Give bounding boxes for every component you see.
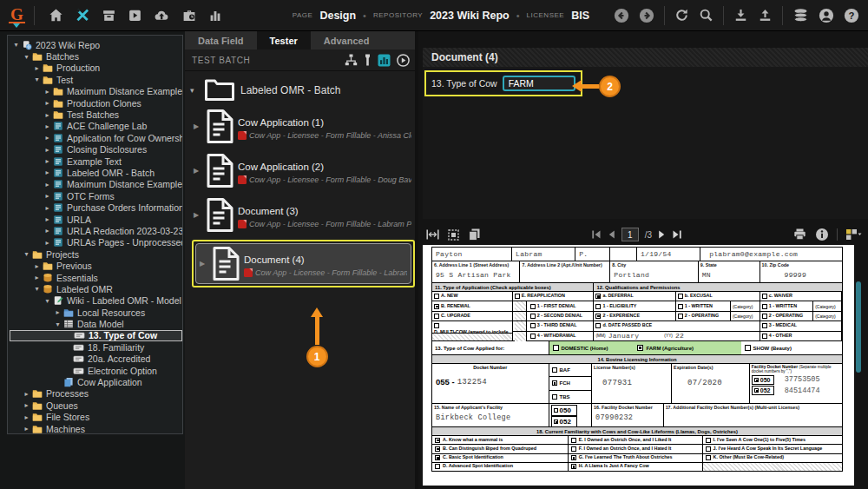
chevron-right-icon[interactable]: ▸ [22, 413, 31, 421]
chevron-right-icon[interactable]: ▸ [43, 181, 52, 188]
next-page-icon[interactable] [658, 229, 666, 240]
chevron-down-icon[interactable]: ▾ [32, 285, 42, 293]
tree-item-wiki-labeled-omr-model[interactable]: ▾Wiki - Labeled OMR - Model [10, 295, 182, 307]
chevron-right-icon[interactable]: ▸ [43, 146, 52, 154]
grooper-logo[interactable]: G [9, 7, 25, 23]
chevron-right-icon[interactable]: ▶ [194, 122, 202, 130]
repository-value[interactable]: 2023 Wiki Repo [430, 10, 510, 22]
tree-item-closing-disclosures[interactable]: ▸Closing Disclosures [10, 144, 182, 155]
last-page-icon[interactable] [672, 229, 682, 240]
chevron-down-icon[interactable]: ▾ [190, 86, 199, 95]
batch-root-folder[interactable]: ▾ Labeled OMR - Batch [190, 78, 415, 102]
tree-item-processes[interactable]: ▸Processes [10, 388, 182, 400]
chevron-right-icon[interactable]: ▸ [43, 239, 52, 247]
tree-item-ace-challenge-lab[interactable]: ▸ACE Challenge Lab [10, 121, 182, 132]
document-item-document-3[interactable]: ▶Document (3)Cow App - Licensee - Form F… [190, 195, 415, 235]
page-value[interactable]: Design [319, 10, 356, 22]
chevron-down-icon[interactable]: ▾ [22, 53, 31, 61]
tree-item-20a-accredited[interactable]: 20a. Accredited [10, 354, 182, 365]
chevron-right-icon[interactable]: ▶ [194, 211, 202, 219]
tab-data-field[interactable]: Data Field [185, 31, 257, 50]
home-icon[interactable] [49, 8, 63, 23]
select-zone-icon[interactable] [447, 228, 460, 241]
chevron-right-icon[interactable]: ▸ [43, 88, 52, 96]
tree-item-2023-wiki-repo[interactable]: ▾2023 Wiki Repo [10, 39, 182, 50]
chevron-down-icon[interactable]: ▾ [22, 250, 31, 258]
tree-item-cow-application[interactable]: Cow Application [10, 376, 182, 387]
chevron-right-icon[interactable]: ▸ [32, 64, 42, 72]
chevron-right-icon[interactable]: ▸ [22, 401, 31, 409]
tree-item-maximum-distance-example[interactable]: ▸Maximum Distance Example [10, 179, 182, 190]
chevron-right-icon[interactable]: ▸ [53, 308, 62, 316]
tree-item-electronic-option[interactable]: Electronic Option [10, 365, 182, 376]
tree-item-batches[interactable]: ▾Batches [10, 50, 182, 62]
tab-advanced[interactable]: Advanced [311, 31, 383, 50]
chevron-right-icon[interactable]: ▸ [43, 134, 52, 142]
document-item-cow-application-2[interactable]: ▶Cow Application (2)Cow App - Licensee -… [190, 151, 415, 190]
chevron-right-icon[interactable]: ▸ [43, 215, 52, 223]
forward-icon[interactable] [639, 8, 654, 23]
refresh-icon[interactable] [674, 8, 689, 23]
licensee-value[interactable]: BIS [571, 10, 589, 22]
chevron-right-icon[interactable]: ▸ [43, 169, 52, 176]
batch-process-icon[interactable] [128, 8, 142, 23]
tree-item-production[interactable]: ▸Production [10, 63, 182, 74]
document-item-document-4[interactable]: ▶Document (4)Cow App - Licensee - Form F… [195, 243, 411, 284]
chevron-down-icon[interactable]: ▾ [11, 41, 21, 49]
search-icon[interactable] [699, 8, 713, 23]
chevron-right-icon[interactable]: ▸ [43, 204, 52, 212]
statistics-view-icon[interactable] [378, 54, 391, 67]
tree-item-projects[interactable]: ▾Projects [10, 248, 182, 260]
viewer-scrollbar[interactable] [856, 281, 861, 373]
tree-item-data-model[interactable]: ▾Data Model [10, 318, 182, 329]
tree-item-example-text[interactable]: ▸Example Text [10, 155, 182, 167]
tree-item-labeled-omr[interactable]: ▾Labeled OMR [10, 283, 182, 294]
chevron-right-icon[interactable]: ▸ [32, 274, 42, 281]
chevron-right-icon[interactable]: ▸ [22, 390, 31, 398]
tree-item-machines[interactable]: ▸Machines [10, 423, 182, 434]
jobs-icon[interactable] [181, 8, 197, 23]
flashlight-icon[interactable] [364, 54, 372, 66]
tree-item-otc-forms[interactable]: ▸OTC Forms [10, 190, 182, 202]
first-page-icon[interactable] [591, 229, 602, 240]
chevron-right-icon[interactable]: ▶ [200, 260, 208, 268]
help-icon[interactable]: ? [844, 8, 859, 23]
tree-item-urla[interactable]: ▸URLA [10, 214, 182, 225]
upload-icon[interactable] [758, 8, 773, 23]
back-icon[interactable] [614, 8, 629, 23]
chevron-down-icon[interactable]: ▾ [32, 76, 42, 83]
view-options-icon[interactable] [845, 228, 862, 241]
chevron-down-icon[interactable]: ▾ [43, 297, 52, 305]
tree-item-purchase-orders-information[interactable]: ▸Purchase Orders Information [10, 202, 182, 213]
tree-item-labeled-omr-batch[interactable]: ▸Labeled OMR - Batch [10, 167, 182, 178]
tree-item-test-batches[interactable]: ▸Test Batches [10, 109, 182, 120]
tree-item-13-type-of-cow[interactable]: 13. Type of Cow [10, 330, 182, 341]
tree-item-maximum-distance-examples[interactable]: ▸Maximum Distance Examples [10, 86, 182, 97]
design-tools-icon[interactable] [75, 8, 90, 23]
tree-item-urla-redaction-2023-03-23-10[interactable]: ▸URLA Redaction 2023-03-23 10: [10, 225, 182, 236]
chevron-right-icon[interactable]: ▸ [43, 111, 52, 119]
fit-width-icon[interactable] [426, 228, 439, 241]
chevron-right-icon[interactable]: ▶ [194, 167, 202, 175]
run-test-icon[interactable] [397, 54, 410, 67]
page-number-input[interactable]: 1 [621, 228, 639, 241]
document-item-cow-application-1[interactable]: ▶Cow Application (1)Cow App - Licensee -… [190, 107, 415, 146]
chevron-right-icon[interactable]: ▸ [32, 262, 42, 270]
tree-item-18-familiarity[interactable]: 18. Familiarity [10, 341, 182, 353]
copy-pages-icon[interactable] [468, 228, 481, 241]
batches-box-icon[interactable] [102, 8, 116, 23]
user-icon[interactable] [819, 8, 834, 23]
tree-item-previous[interactable]: ▸Previous [10, 260, 182, 271]
stats-icon[interactable] [208, 8, 222, 23]
download-icon[interactable] [733, 8, 748, 23]
tree-item-file-stores[interactable]: ▸File Stores [10, 412, 182, 423]
chevron-right-icon[interactable]: ▸ [43, 122, 52, 130]
previous-page-icon[interactable] [608, 229, 615, 240]
print-icon[interactable] [792, 228, 807, 241]
field-value-input[interactable]: FARM [503, 76, 575, 91]
chevron-down-icon[interactable]: ▾ [53, 320, 62, 328]
tree-item-application-for-cow-ownership[interactable]: ▸Application for Cow Ownership [10, 132, 182, 143]
tree-item-urlas-pages-unprocessed[interactable]: ▸URLAs Pages - Unprocessed [10, 237, 182, 248]
chevron-right-icon[interactable]: ▸ [43, 227, 52, 235]
tree-item-essentials[interactable]: ▸Essentials [10, 272, 182, 283]
